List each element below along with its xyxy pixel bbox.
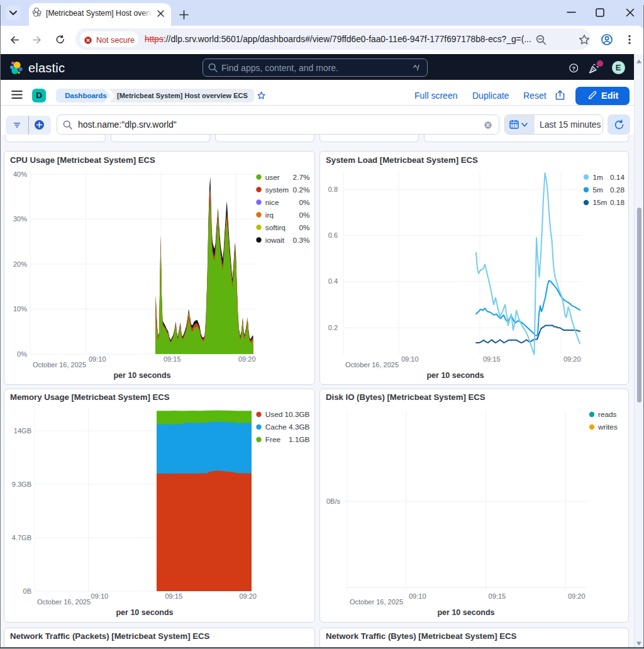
svg-text:writes: writes (597, 423, 618, 431)
svg-text:0%: 0% (299, 211, 310, 219)
svg-text:October 16, 2025: October 16, 2025 (37, 598, 91, 606)
svg-text:0.2: 0.2 (328, 324, 338, 331)
svg-text:October 16, 2025: October 16, 2025 (345, 361, 399, 369)
svg-text:4.7GB: 4.7GB (12, 534, 31, 541)
svg-text:softirq: softirq (265, 223, 286, 232)
svg-text:09:15: 09:15 (483, 355, 501, 363)
svg-text:0.14: 0.14 (610, 173, 625, 182)
svg-text:30%: 30% (13, 215, 27, 223)
svg-text:user: user (265, 173, 280, 182)
svg-text:40%: 40% (13, 170, 27, 178)
svg-text:15m: 15m (593, 198, 608, 207)
svg-text:Dashboards: Dashboards (65, 92, 106, 99)
svg-text:09:20: 09:20 (564, 355, 581, 363)
svg-text:09:20: 09:20 (238, 355, 256, 363)
svg-text:09:10: 09:10 (89, 355, 106, 363)
svg-text:4.3GB: 4.3GB (289, 423, 310, 431)
svg-text:09:15: 09:15 (164, 355, 181, 363)
svg-text:per 10 seconds: per 10 seconds (426, 371, 484, 380)
svg-text:0B: 0B (23, 587, 31, 595)
svg-text:09:20: 09:20 (239, 592, 257, 600)
svg-text:per 10 seconds: per 10 seconds (437, 608, 494, 617)
svg-text:per 10 seconds: per 10 seconds (116, 608, 173, 617)
svg-text:0.18: 0.18 (610, 198, 625, 207)
svg-text:09:10: 09:10 (91, 592, 109, 600)
svg-text:irq: irq (265, 211, 274, 219)
svg-text:0.8: 0.8 (328, 186, 338, 193)
svg-text:09:20: 09:20 (568, 592, 586, 600)
svg-text:1.1GB: 1.1GB (289, 435, 310, 444)
svg-text:2.7%: 2.7% (293, 173, 310, 182)
svg-text:0B/s: 0B/s (326, 497, 341, 505)
svg-text:10.3GB: 10.3GB (284, 410, 309, 419)
svg-text:per 10 seconds: per 10 seconds (113, 371, 170, 380)
svg-text:1m: 1m (593, 173, 604, 182)
svg-text:[Metricbeat System] Host overv: [Metricbeat System] Host overview ECS (117, 92, 248, 99)
svg-text:09:10: 09:10 (409, 592, 426, 600)
svg-text:0%: 0% (17, 350, 27, 358)
svg-text:Free: Free (265, 435, 281, 444)
svg-text:09:15: 09:15 (489, 592, 506, 600)
svg-text:0.28: 0.28 (610, 186, 625, 194)
svg-text:5m: 5m (593, 186, 604, 194)
svg-text:0.2%: 0.2% (293, 186, 310, 194)
svg-text:?: ? (572, 65, 575, 72)
svg-text:iowait: iowait (265, 236, 285, 245)
svg-text:09:10: 09:10 (401, 355, 419, 363)
svg-text:nice: nice (265, 198, 279, 207)
svg-text:09:15: 09:15 (165, 592, 183, 600)
svg-text:0.6: 0.6 (328, 231, 338, 239)
svg-text:system: system (265, 186, 289, 194)
svg-text:9.3GB: 9.3GB (12, 480, 31, 488)
svg-text:20%: 20% (13, 260, 27, 268)
svg-text:Cache: Cache (265, 423, 287, 431)
svg-text:0.4: 0.4 (328, 277, 338, 285)
svg-text:0%: 0% (299, 198, 310, 207)
svg-text:Used: Used (265, 410, 283, 419)
svg-text:10%: 10% (13, 305, 27, 313)
svg-text:0%: 0% (299, 223, 310, 232)
svg-text:14GB: 14GB (14, 427, 31, 435)
svg-text:October 16, 2025: October 16, 2025 (33, 361, 86, 369)
svg-text:reads: reads (598, 410, 617, 419)
svg-text:October 16, 2025: October 16, 2025 (350, 598, 403, 606)
svg-text:0.3%: 0.3% (293, 236, 310, 245)
